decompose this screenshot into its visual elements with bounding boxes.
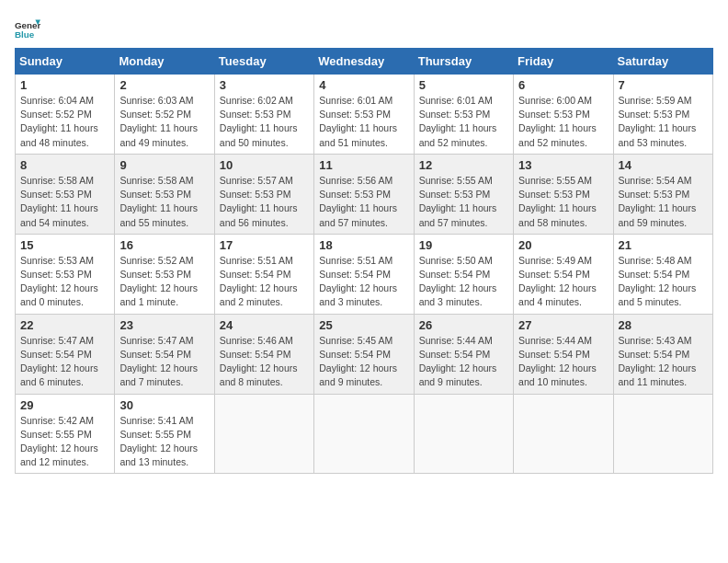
day-number: 19 — [419, 238, 508, 252]
empty-cell — [514, 394, 613, 474]
day-info: Sunrise: 6:04 AMSunset: 5:52 PMDaylight:… — [20, 94, 109, 150]
calendar-body: 1 Sunrise: 6:04 AMSunset: 5:52 PMDayligh… — [16, 75, 713, 474]
day-cell-4: 4 Sunrise: 6:01 AMSunset: 5:53 PMDayligh… — [314, 75, 414, 155]
day-number: 28 — [619, 318, 708, 332]
day-cell-10: 10 Sunrise: 5:57 AMSunset: 5:53 PMDaylig… — [214, 154, 313, 234]
day-cell-9: 9 Sunrise: 5:58 AMSunset: 5:53 PMDayligh… — [115, 154, 214, 234]
day-info: Sunrise: 5:41 AMSunset: 5:55 PMDaylight:… — [119, 414, 209, 470]
day-cell-2: 2 Sunrise: 6:03 AMSunset: 5:52 PMDayligh… — [115, 75, 214, 155]
day-info: Sunrise: 5:42 AMSunset: 5:55 PMDaylight:… — [20, 414, 109, 470]
day-info: Sunrise: 5:57 AMSunset: 5:53 PMDaylight:… — [220, 174, 309, 230]
logo: General Blue — [15, 15, 40, 40]
header-day-thursday: Thursday — [414, 49, 513, 75]
day-cell-5: 5 Sunrise: 6:01 AMSunset: 5:53 PMDayligh… — [414, 75, 513, 155]
day-cell-18: 18 Sunrise: 5:51 AMSunset: 5:54 PMDaylig… — [314, 234, 414, 314]
day-number: 13 — [518, 158, 608, 172]
header-row: SundayMondayTuesdayWednesdayThursdayFrid… — [16, 49, 713, 75]
day-cell-7: 7 Sunrise: 5:59 AMSunset: 5:53 PMDayligh… — [613, 75, 712, 155]
calendar-week-5: 29 Sunrise: 5:42 AMSunset: 5:55 PMDaylig… — [16, 394, 713, 474]
day-number: 12 — [419, 158, 508, 172]
day-number: 10 — [220, 158, 309, 172]
day-info: Sunrise: 5:56 AMSunset: 5:53 PMDaylight:… — [319, 174, 408, 230]
calendar-week-4: 22 Sunrise: 5:47 AMSunset: 5:54 PMDaylig… — [16, 314, 713, 394]
day-cell-1: 1 Sunrise: 6:04 AMSunset: 5:52 PMDayligh… — [16, 75, 115, 155]
day-cell-15: 15 Sunrise: 5:53 AMSunset: 5:53 PMDaylig… — [16, 234, 115, 314]
header-day-friday: Friday — [514, 49, 613, 75]
day-info: Sunrise: 5:47 AMSunset: 5:54 PMDaylight:… — [20, 334, 109, 390]
day-info: Sunrise: 6:03 AMSunset: 5:52 PMDaylight:… — [119, 94, 209, 150]
day-cell-14: 14 Sunrise: 5:54 AMSunset: 5:53 PMDaylig… — [613, 154, 712, 234]
day-info: Sunrise: 5:46 AMSunset: 5:54 PMDaylight:… — [220, 334, 309, 390]
day-number: 18 — [319, 238, 408, 252]
day-info: Sunrise: 5:54 AMSunset: 5:53 PMDaylight:… — [619, 174, 708, 230]
day-cell-6: 6 Sunrise: 6:00 AMSunset: 5:53 PMDayligh… — [514, 75, 613, 155]
day-number: 23 — [119, 318, 209, 332]
day-number: 5 — [419, 78, 508, 92]
day-number: 20 — [518, 238, 608, 252]
day-number: 22 — [20, 318, 109, 332]
day-number: 7 — [619, 78, 708, 92]
day-info: Sunrise: 5:47 AMSunset: 5:54 PMDaylight:… — [119, 334, 209, 390]
day-cell-19: 19 Sunrise: 5:50 AMSunset: 5:54 PMDaylig… — [414, 234, 513, 314]
day-info: Sunrise: 5:44 AMSunset: 5:54 PMDaylight:… — [419, 334, 508, 390]
day-info: Sunrise: 5:51 AMSunset: 5:54 PMDaylight:… — [319, 254, 408, 310]
day-cell-24: 24 Sunrise: 5:46 AMSunset: 5:54 PMDaylig… — [214, 314, 313, 394]
calendar-week-2: 8 Sunrise: 5:58 AMSunset: 5:53 PMDayligh… — [16, 154, 713, 234]
day-cell-30: 30 Sunrise: 5:41 AMSunset: 5:55 PMDaylig… — [115, 394, 214, 474]
day-number: 8 — [20, 158, 109, 172]
day-number: 16 — [119, 238, 209, 252]
day-cell-17: 17 Sunrise: 5:51 AMSunset: 5:54 PMDaylig… — [214, 234, 313, 314]
day-info: Sunrise: 5:48 AMSunset: 5:54 PMDaylight:… — [619, 254, 708, 310]
day-number: 2 — [119, 78, 209, 92]
day-info: Sunrise: 6:01 AMSunset: 5:53 PMDaylight:… — [319, 94, 408, 150]
day-info: Sunrise: 5:49 AMSunset: 5:54 PMDaylight:… — [518, 254, 608, 310]
day-number: 3 — [220, 78, 309, 92]
day-number: 6 — [518, 78, 608, 92]
day-info: Sunrise: 5:52 AMSunset: 5:53 PMDaylight:… — [119, 254, 209, 310]
day-number: 21 — [619, 238, 708, 252]
day-number: 14 — [619, 158, 708, 172]
day-number: 1 — [20, 78, 109, 92]
day-info: Sunrise: 5:58 AMSunset: 5:53 PMDaylight:… — [119, 174, 209, 230]
header-day-wednesday: Wednesday — [314, 49, 414, 75]
empty-cell — [613, 394, 712, 474]
day-cell-26: 26 Sunrise: 5:44 AMSunset: 5:54 PMDaylig… — [414, 314, 513, 394]
header-day-sunday: Sunday — [16, 49, 115, 75]
day-cell-27: 27 Sunrise: 5:44 AMSunset: 5:54 PMDaylig… — [514, 314, 613, 394]
day-number: 29 — [20, 398, 109, 412]
day-number: 17 — [220, 238, 309, 252]
day-info: Sunrise: 6:01 AMSunset: 5:53 PMDaylight:… — [419, 94, 508, 150]
day-info: Sunrise: 5:58 AMSunset: 5:53 PMDaylight:… — [20, 174, 109, 230]
day-info: Sunrise: 5:55 AMSunset: 5:53 PMDaylight:… — [419, 174, 508, 230]
day-info: Sunrise: 5:50 AMSunset: 5:54 PMDaylight:… — [419, 254, 508, 310]
day-cell-12: 12 Sunrise: 5:55 AMSunset: 5:53 PMDaylig… — [414, 154, 513, 234]
logo-icon: General Blue — [15, 15, 40, 40]
day-info: Sunrise: 5:44 AMSunset: 5:54 PMDaylight:… — [518, 334, 608, 390]
day-cell-20: 20 Sunrise: 5:49 AMSunset: 5:54 PMDaylig… — [514, 234, 613, 314]
empty-cell — [214, 394, 313, 474]
day-cell-25: 25 Sunrise: 5:45 AMSunset: 5:54 PMDaylig… — [314, 314, 414, 394]
day-info: Sunrise: 5:45 AMSunset: 5:54 PMDaylight:… — [319, 334, 408, 390]
day-number: 30 — [119, 398, 209, 412]
empty-cell — [314, 394, 414, 474]
header-day-tuesday: Tuesday — [214, 49, 313, 75]
day-number: 24 — [220, 318, 309, 332]
day-cell-23: 23 Sunrise: 5:47 AMSunset: 5:54 PMDaylig… — [115, 314, 214, 394]
day-cell-29: 29 Sunrise: 5:42 AMSunset: 5:55 PMDaylig… — [16, 394, 115, 474]
calendar-table: SundayMondayTuesdayWednesdayThursdayFrid… — [15, 48, 713, 474]
day-cell-22: 22 Sunrise: 5:47 AMSunset: 5:54 PMDaylig… — [16, 314, 115, 394]
header-day-monday: Monday — [115, 49, 214, 75]
day-cell-28: 28 Sunrise: 5:43 AMSunset: 5:54 PMDaylig… — [613, 314, 712, 394]
day-cell-21: 21 Sunrise: 5:48 AMSunset: 5:54 PMDaylig… — [613, 234, 712, 314]
day-info: Sunrise: 5:55 AMSunset: 5:53 PMDaylight:… — [518, 174, 608, 230]
day-info: Sunrise: 6:02 AMSunset: 5:53 PMDaylight:… — [220, 94, 309, 150]
day-info: Sunrise: 5:53 AMSunset: 5:53 PMDaylight:… — [20, 254, 109, 310]
day-number: 4 — [319, 78, 408, 92]
day-number: 26 — [419, 318, 508, 332]
day-number: 27 — [518, 318, 608, 332]
header-day-saturday: Saturday — [613, 49, 712, 75]
day-cell-3: 3 Sunrise: 6:02 AMSunset: 5:53 PMDayligh… — [214, 75, 313, 155]
calendar-header: SundayMondayTuesdayWednesdayThursdayFrid… — [16, 49, 713, 75]
day-number: 9 — [119, 158, 209, 172]
day-cell-11: 11 Sunrise: 5:56 AMSunset: 5:53 PMDaylig… — [314, 154, 414, 234]
